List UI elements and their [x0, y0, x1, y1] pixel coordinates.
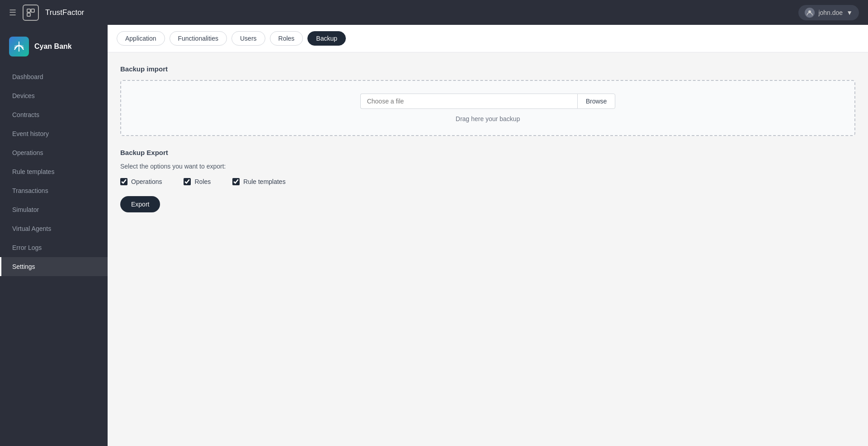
operations-checkbox[interactable] [120, 178, 127, 185]
sidebar-item-settings[interactable]: Settings [0, 257, 108, 276]
checkbox-roles[interactable]: Roles [184, 178, 211, 185]
logo-box [23, 5, 39, 21]
app-name: TrustFactor [45, 8, 84, 17]
sidebar-item-operations[interactable]: Operations [0, 143, 108, 162]
chevron-down-icon: ▼ [846, 9, 853, 16]
brand-logo [9, 37, 29, 56]
sidebar-item-transactions[interactable]: Transactions [0, 181, 108, 200]
sidebar-item-devices[interactable]: Devices [0, 86, 108, 105]
user-icon [805, 8, 815, 18]
sidebar-item-error-logs[interactable]: Error Logs [0, 238, 108, 257]
file-input[interactable] [360, 94, 577, 109]
rule-templates-checkbox[interactable] [232, 178, 240, 185]
brand-area: Cyan Bank [0, 29, 108, 67]
export-subtitle: Select the options you want to export: [120, 163, 855, 170]
tab-backup[interactable]: Backup [307, 31, 346, 46]
sidebar-item-contracts[interactable]: Contracts [0, 105, 108, 124]
sidebar-item-simulator[interactable]: Simulator [0, 200, 108, 219]
checkbox-row: Operations Roles Rule templates [120, 178, 855, 185]
rule-templates-label: Rule templates [243, 178, 285, 185]
main-content: Application Functionalities Users Roles … [108, 25, 868, 446]
sidebar: Cyan Bank Dashboard Devices Contracts Ev… [0, 25, 108, 446]
svg-rect-1 [31, 9, 34, 12]
sidebar-item-dashboard[interactable]: Dashboard [0, 67, 108, 86]
tabs-bar: Application Functionalities Users Roles … [108, 25, 868, 52]
svg-rect-2 [27, 13, 30, 16]
layout: Cyan Bank Dashboard Devices Contracts Ev… [0, 25, 868, 446]
tab-roles[interactable]: Roles [270, 31, 303, 46]
drag-hint: Drag here your backup [456, 115, 520, 122]
tab-users[interactable]: Users [231, 31, 265, 46]
topbar-left: ☰ TrustFactor [9, 5, 84, 21]
roles-label: Roles [194, 178, 211, 185]
file-input-row: Browse [360, 94, 616, 109]
checkbox-rule-templates[interactable]: Rule templates [232, 178, 285, 185]
svg-rect-0 [27, 9, 30, 12]
tab-functionalities[interactable]: Functionalities [170, 31, 227, 46]
tab-application[interactable]: Application [117, 31, 165, 46]
backup-import-title: Backup import [120, 65, 855, 73]
roles-checkbox[interactable] [184, 178, 191, 185]
brand-name: Cyan Bank [34, 42, 72, 51]
backup-export-title: Backup Export [120, 149, 855, 156]
browse-button[interactable]: Browse [577, 94, 616, 109]
user-name-label: john.doe [818, 9, 843, 16]
sidebar-item-event-history[interactable]: Event history [0, 124, 108, 143]
topbar: ☰ TrustFactor john.doe ▼ [0, 0, 868, 25]
operations-label: Operations [131, 178, 162, 185]
topbar-right: john.doe ▼ [798, 5, 859, 20]
sidebar-item-virtual-agents[interactable]: Virtual Agents [0, 219, 108, 238]
hamburger-icon[interactable]: ☰ [9, 8, 16, 18]
sidebar-item-rule-templates[interactable]: Rule templates [0, 162, 108, 181]
user-badge[interactable]: john.doe ▼ [798, 5, 859, 20]
upload-zone: Browse Drag here your backup [120, 80, 855, 136]
export-button[interactable]: Export [120, 196, 160, 212]
checkbox-operations[interactable]: Operations [120, 178, 162, 185]
page-body: Backup import Browse Drag here your back… [108, 52, 868, 446]
